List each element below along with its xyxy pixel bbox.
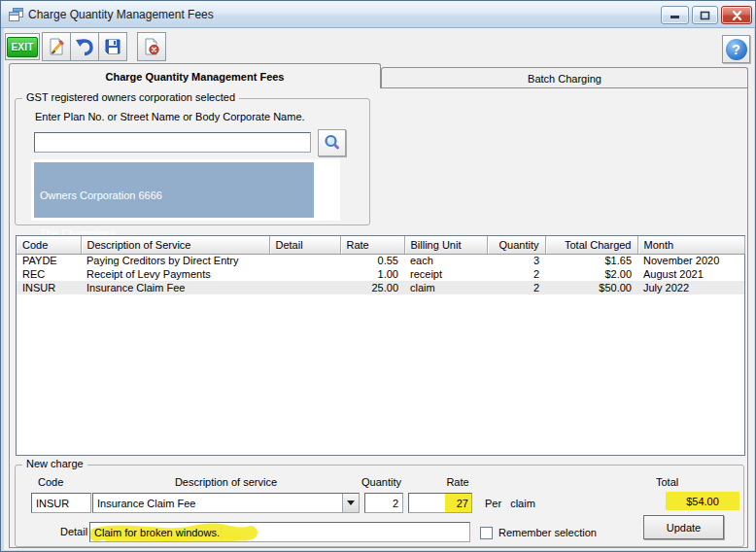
delete-charge-button[interactable] — [137, 32, 166, 61]
code-value: INSUR — [36, 498, 69, 509]
cell-detail — [269, 254, 340, 267]
total-value-highlighted: $54.00 — [666, 492, 739, 510]
cell-total-charged: $2.00 — [545, 267, 637, 281]
cell-billing-unit: receipt — [404, 267, 487, 281]
inactive-tab-label: Batch Charging — [528, 73, 601, 85]
search-icon — [323, 133, 342, 153]
app-window: Charge Quantity Management Fees EXIT — [0, 0, 756, 552]
minimize-icon — [670, 11, 681, 19]
rate-input[interactable]: 27 — [408, 493, 472, 513]
cell-code: PAYDE — [17, 254, 81, 267]
cell-code: REC — [17, 267, 81, 281]
per-label: Per — [485, 498, 501, 509]
quantity-value: 2 — [393, 498, 398, 509]
per-unit-value: claim — [510, 498, 535, 509]
tab-batch-charging[interactable]: Batch Charging — [381, 67, 748, 88]
gst-groupbox: GST registered owners corporation select… — [15, 98, 370, 225]
text-caret — [221, 527, 222, 538]
cell-billing-unit: each — [404, 254, 487, 267]
col-header-detail: Detail — [269, 236, 340, 254]
minimize-button[interactable] — [661, 6, 689, 24]
help-button[interactable]: ? — [722, 35, 750, 63]
cell-detail — [269, 267, 340, 281]
rate-label: Rate — [433, 476, 482, 488]
total-value: $54.00 — [686, 496, 719, 507]
search-button[interactable] — [318, 129, 346, 156]
remember-selection-label: Remember selection — [498, 527, 597, 538]
help-icon: ? — [726, 39, 747, 60]
cell-total-charged: $50.00 — [545, 281, 637, 294]
cell-description: Receipt of Levy Payments — [81, 267, 269, 281]
per-unit-text: Perclaim — [485, 498, 544, 509]
rate-value: 27 — [457, 498, 468, 509]
cell-month: August 2021 — [637, 267, 744, 281]
cell-quantity: 3 — [487, 254, 545, 267]
cell-rate: 0.55 — [340, 254, 404, 267]
table-header-row: Code Description of Service Detail Rate … — [17, 236, 744, 254]
cell-detail — [269, 281, 340, 294]
cell-billing-unit: claim — [404, 281, 487, 294]
code-input[interactable]: INSUR — [31, 493, 91, 513]
quantity-label: Quantity — [351, 476, 401, 488]
update-button[interactable]: Update — [643, 515, 724, 539]
cell-rate: 25.00 — [340, 281, 404, 294]
cell-description: Paying Creditors by Direct Entry — [81, 254, 269, 267]
save-button[interactable] — [98, 32, 127, 61]
cell-month: November 2020 — [637, 254, 744, 267]
cell-quantity: 2 — [487, 281, 545, 294]
exit-label: EXIT — [7, 37, 37, 57]
quantity-input[interactable]: 2 — [364, 493, 403, 513]
tab-charge-quantity-management-fees[interactable]: Charge Quantity Management Fees — [9, 63, 381, 88]
owner-listbox: Owners Corporation 6666 The Champions 45… — [31, 159, 340, 221]
table-row[interactable]: PAYDE Paying Creditors by Direct Entry 0… — [17, 254, 744, 267]
cell-total-charged: $1.65 — [545, 254, 637, 267]
update-button-label: Update — [667, 522, 701, 534]
search-field-label: Enter Plan No. or Street Name or Body Co… — [35, 111, 305, 122]
new-charge-legend: New charge — [22, 458, 87, 469]
undo-button[interactable] — [70, 32, 99, 61]
cell-month: July 2022 — [637, 281, 744, 294]
table-row[interactable]: REC Receipt of Levy Payments 1.00 receip… — [17, 267, 744, 281]
total-label: Total — [656, 476, 678, 488]
exit-button[interactable]: EXIT — [5, 33, 40, 60]
remember-selection-checkbox[interactable] — [480, 527, 493, 539]
charges-table: Code Description of Service Detail Rate … — [16, 235, 745, 456]
new-charge-groupbox: New charge Code Description of service Q… — [15, 465, 744, 547]
close-icon — [732, 11, 742, 20]
gst-group-legend: GST registered owners corporation select… — [22, 91, 239, 103]
description-label: Description of service — [92, 476, 360, 488]
maximize-icon — [700, 11, 710, 20]
col-header-quantity: Quantity — [487, 236, 545, 254]
plan-search-input[interactable] — [34, 132, 311, 153]
title-bar[interactable]: Charge Quantity Management Fees — [1, 1, 755, 28]
selected-owner-item[interactable]: Owners Corporation 6666 The Champions 45… — [34, 162, 314, 218]
description-value: Insurance Claim Fee — [93, 498, 342, 509]
col-header-month: Month — [637, 236, 744, 254]
detail-input[interactable]: Claim for broken windows. — [89, 522, 470, 542]
cell-description: Insurance Claim Fee — [81, 281, 269, 294]
app-icon — [8, 7, 24, 22]
active-tab-label: Charge Quantity Management Fees — [106, 71, 285, 83]
cell-code: INSUR — [17, 281, 81, 294]
dropdown-arrow-button[interactable] — [342, 494, 359, 512]
table-row-selected[interactable]: INSUR Insurance Claim Fee 25.00 claim 2 … — [17, 281, 744, 294]
edit-button[interactable] — [42, 32, 71, 61]
delete-icon — [142, 37, 161, 56]
col-header-total-charged: Total Charged — [545, 236, 637, 254]
detail-value: Claim for broken windows. — [94, 527, 220, 538]
col-header-rate: Rate — [340, 236, 404, 254]
save-icon — [103, 37, 122, 56]
close-button[interactable] — [721, 6, 752, 24]
col-header-billing-unit: Billing Unit — [404, 236, 487, 254]
maximize-button[interactable] — [692, 6, 718, 24]
description-dropdown[interactable]: Insurance Claim Fee — [92, 493, 360, 513]
col-header-code: Code — [17, 236, 81, 254]
detail-label: Detail — [60, 526, 87, 537]
col-header-description: Description of Service — [81, 236, 269, 254]
owner-line-name: Owners Corporation 6666 — [40, 190, 314, 202]
cell-rate: 1.00 — [340, 267, 404, 281]
chevron-down-icon — [347, 500, 355, 505]
window-title: Charge Quantity Management Fees — [28, 8, 214, 21]
tab-strip: Charge Quantity Management Fees Batch Ch… — [9, 63, 748, 88]
edit-icon — [47, 37, 66, 56]
